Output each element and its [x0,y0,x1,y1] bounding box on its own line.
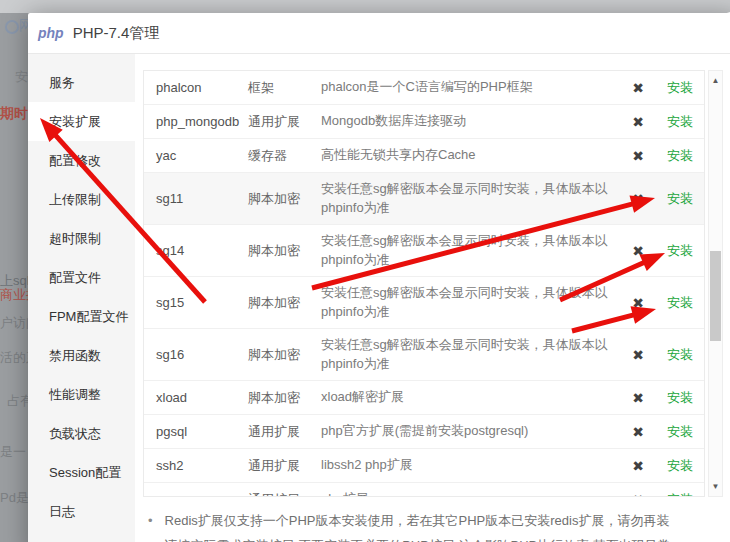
extension-row-sg16: sg16脚本加密安装任意sg解密版本会显示同时安装，具体版本以phpinfo为准… [144,329,704,381]
extension-description: php官方扩展(需提前安装postgresql) [321,422,616,441]
install-button-sg11[interactable]: 安装 [660,190,700,208]
not-installed-x-icon[interactable]: ✖ [616,243,660,259]
note-text: 请按实际需求安装扩展,不要安装不必要的PHP扩展,这会影响PHP执行效率,甚至出… [165,536,671,542]
extension-name: ssh2 [144,458,248,473]
sidebar-item-fpm-config-file[interactable]: FPM配置文件 [28,297,135,336]
extension-name: php_mongodb [144,114,248,129]
install-button-phalcon[interactable]: 安装 [660,79,700,97]
sidebar-item-timeout-limit[interactable]: 超时限制 [28,219,135,258]
install-button-php_mongodb[interactable]: 安装 [660,113,700,131]
extension-description: 安装任意sg解密版本会显示同时安装，具体版本以phpinfo为准 [321,336,616,374]
extension-description: libssh2 php扩展 [321,456,616,475]
extensions-table: phalcon框架phalcon是一个C语言编写的PHP框架✖安装php_mon… [143,70,705,497]
sidebar-item-upload-limit[interactable]: 上传限制 [28,180,135,219]
backdrop-text-fragment: Pd是 [0,489,29,507]
not-installed-x-icon[interactable]: ✖ [616,148,660,164]
extension-type: 通用扩展 [248,423,321,441]
dialog-header: php PHP-7.4管理 [28,13,730,54]
install-button-xload[interactable]: 安装 [660,389,700,407]
scrollbar-down-button[interactable]: ▼ [709,482,722,491]
extension-row-ssh2: ssh2通用扩展libssh2 php扩展✖安装 [144,449,704,483]
extension-name: sg15 [144,295,248,310]
screen: { "modal": { "logo": "php", "title": "PH… [0,0,730,542]
note-text: Redis扩展仅支持一个PHP版本安装使用，若在其它PHP版本已安装redis扩… [165,511,670,531]
extension-description: php扩展 [321,490,616,497]
install-button-sg14[interactable]: 安装 [660,242,700,260]
extension-type: 脚本加密 [248,294,321,312]
dialog-title: PHP-7.4管理 [73,24,160,43]
scrollbar-thumb[interactable] [710,251,721,341]
extension-type: 框架 [248,79,321,97]
not-installed-x-icon[interactable]: ✖ [616,492,660,498]
extension-description: 安装任意sg解密版本会显示同时安装，具体版本以phpinfo为准 [321,284,616,322]
extension-name: pgsql [144,424,248,439]
bullet-dot: • [148,536,153,542]
sidebar-item-session-config[interactable]: Session配置 [28,453,135,492]
not-installed-x-icon[interactable]: ✖ [616,424,660,440]
note-item: •请按实际需求安装扩展,不要安装不必要的PHP扩展,这会影响PHP执行效率,甚至… [148,536,723,542]
extension-row-clipped: 通用扩展php扩展✖安装 [144,483,704,497]
not-installed-x-icon[interactable]: ✖ [616,191,660,207]
extension-description: 安装任意sg解密版本会显示同时安装，具体版本以phpinfo为准 [321,232,616,270]
notes-list: •Redis扩展仅支持一个PHP版本安装使用，若在其它PHP版本已安装redis… [148,511,723,542]
extension-name: phalcon [144,80,248,95]
backdrop-text-fragment: 安 [15,68,28,86]
dialog-body: 服务安装扩展配置修改上传限制超时限制配置文件FPM配置文件禁用函数性能调整负载状… [28,54,730,542]
extension-type: 脚本加密 [248,389,321,407]
extension-row-sg11: sg11脚本加密安装任意sg解密版本会显示同时安装，具体版本以phpinfo为准… [144,173,704,225]
sidebar-item-service[interactable]: 服务 [28,63,135,102]
backdrop-top-band [0,0,730,13]
extension-row-phalcon: phalcon框架phalcon是一个C语言编写的PHP框架✖安装 [144,71,704,105]
extension-type: 通用扩展 [248,491,321,498]
not-installed-x-icon[interactable]: ✖ [616,295,660,311]
install-button-ssh2[interactable]: 安装 [660,457,700,475]
extension-row-sg14: sg14脚本加密安装任意sg解密版本会显示同时安装，具体版本以phpinfo为准… [144,225,704,277]
extension-row-sg15: sg15脚本加密安装任意sg解密版本会显示同时安装，具体版本以phpinfo为准… [144,277,704,329]
not-installed-x-icon[interactable]: ✖ [616,390,660,406]
extension-type: 通用扩展 [248,113,321,131]
extension-type: 脚本加密 [248,190,321,208]
sidebar-item-disabled-functions[interactable]: 禁用函数 [28,336,135,375]
extension-type: 脚本加密 [248,346,321,364]
extension-row-php_mongodb: php_mongodb通用扩展Mongodb数据库连接驱动✖安装 [144,105,704,139]
extension-description: 安装任意sg解密版本会显示同时安装，具体版本以phpinfo为准 [321,180,616,218]
extension-name: xload [144,390,248,405]
extension-name: yac [144,148,248,163]
not-installed-x-icon[interactable]: ✖ [616,347,660,363]
sidebar-item-install-extensions[interactable]: 安装扩展 [28,102,135,141]
php-logo-icon: php [38,25,64,41]
sidebar-item-log[interactable]: 日志 [28,492,135,531]
extension-name: sg11 [144,191,248,206]
note-item: •Redis扩展仅支持一个PHP版本安装使用，若在其它PHP版本已安装redis… [148,511,723,531]
extension-description: phalcon是一个C语言编写的PHP框架 [321,78,616,97]
bullet-dot: • [148,511,153,531]
install-button-yac[interactable]: 安装 [660,147,700,165]
install-button-clipped[interactable]: 安装 [660,491,700,498]
extension-type: 通用扩展 [248,457,321,475]
dialog-sidebar: 服务安装扩展配置修改上传限制超时限制配置文件FPM配置文件禁用函数性能调整负载状… [28,54,135,542]
sidebar-item-config-file[interactable]: 配置文件 [28,258,135,297]
sidebar-item-performance-tuning[interactable]: 性能调整 [28,375,135,414]
not-installed-x-icon[interactable]: ✖ [616,80,660,96]
extension-row-xload: xload脚本加密xload解密扩展✖安装 [144,381,704,415]
sidebar-item-load-status[interactable]: 负载状态 [28,414,135,453]
extension-type: 脚本加密 [248,242,321,260]
extension-description: 高性能无锁共享内存Cache [321,146,616,165]
install-button-sg16[interactable]: 安装 [660,346,700,364]
extension-type: 缓存器 [248,147,321,165]
install-button-pgsql[interactable]: 安装 [660,423,700,441]
extension-name: sg16 [144,347,248,362]
backdrop-text-fragment: 是一 [0,443,26,461]
extension-name: sg14 [144,243,248,258]
extension-description: xload解密扩展 [321,388,616,407]
extension-row-pgsql: pgsql通用扩展php官方扩展(需提前安装postgresql)✖安装 [144,415,704,449]
not-installed-x-icon[interactable]: ✖ [616,458,660,474]
not-installed-x-icon[interactable]: ✖ [616,114,660,130]
install-button-sg15[interactable]: 安装 [660,294,700,312]
scrollbar[interactable]: ▲ ▼ [708,70,723,497]
backdrop-text-fragment: 期时 [0,105,28,123]
scrollbar-up-button[interactable]: ▲ [709,76,722,85]
extension-description: Mongodb数据库连接驱动 [321,112,616,131]
sidebar-item-config-edit[interactable]: 配置修改 [28,141,135,180]
php-manager-dialog: php PHP-7.4管理 服务安装扩展配置修改上传限制超时限制配置文件FPM配… [28,13,730,542]
